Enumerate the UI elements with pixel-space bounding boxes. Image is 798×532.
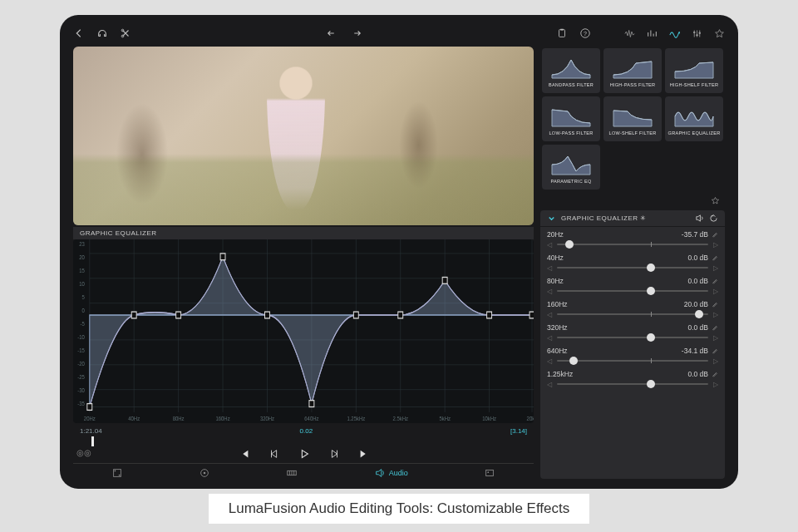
edit-value-icon[interactable] xyxy=(712,347,718,354)
skip-start-icon[interactable] xyxy=(239,448,250,460)
edit-value-icon[interactable] xyxy=(712,301,718,308)
svg-text:10: 10 xyxy=(79,280,85,287)
help-icon[interactable]: ? xyxy=(579,27,591,39)
svg-rect-30 xyxy=(176,312,181,318)
clipboard-icon[interactable] xyxy=(556,27,568,39)
preset-low-shelf-filter[interactable]: LOW-SHELF FILTER xyxy=(603,96,662,141)
favorite-effect-icon[interactable] xyxy=(711,196,720,205)
tab-frame[interactable] xyxy=(111,467,123,479)
preset-low-pass-filter[interactable]: LOW-PASS FILTER xyxy=(542,96,600,141)
collapse-icon[interactable] xyxy=(547,214,556,223)
nudge-right-icon[interactable]: ▷ xyxy=(713,334,718,342)
tab-audio-label: Audio xyxy=(389,469,408,477)
svg-text:-10: -10 xyxy=(77,333,85,340)
timeline-bar[interactable]: 1:21.04 0.02 [3.14] xyxy=(73,423,534,438)
band-slider[interactable] xyxy=(557,333,708,342)
favorite-tab-icon[interactable] xyxy=(714,28,725,39)
eq-tab-icon[interactable] xyxy=(669,28,680,39)
band-freq: 320Hz xyxy=(547,323,568,332)
skip-end-icon[interactable] xyxy=(358,448,370,460)
band-db: 0.0 dB xyxy=(687,323,708,332)
svg-rect-36 xyxy=(442,278,447,284)
svg-text:-35: -35 xyxy=(77,400,85,406)
nudge-right-icon[interactable]: ▷ xyxy=(713,241,718,249)
svg-text:0: 0 xyxy=(82,307,85,313)
preset-parametric-eq[interactable]: PARAMETRIC EQ xyxy=(542,145,600,190)
nudge-left-icon[interactable]: ◁ xyxy=(547,288,552,295)
nudge-right-icon[interactable]: ▷ xyxy=(713,381,718,388)
top-toolbar: ? xyxy=(73,25,725,42)
nudge-right-icon[interactable]: ▷ xyxy=(713,357,718,365)
nudge-left-icon[interactable]: ◁ xyxy=(547,241,552,249)
svg-point-64 xyxy=(114,470,116,472)
tab-audio[interactable]: Audio xyxy=(374,467,408,479)
band-slider[interactable] xyxy=(557,380,708,388)
edit-value-icon[interactable] xyxy=(712,254,718,261)
levels-tab-icon[interactable] xyxy=(647,28,658,39)
nudge-left-icon[interactable]: ◁ xyxy=(547,264,552,272)
svg-text:5: 5 xyxy=(82,293,85,300)
svg-rect-28 xyxy=(87,404,92,411)
preset-high-shelf-filter[interactable]: HIGH-SHELF FILTER xyxy=(665,48,723,93)
scrubber[interactable] xyxy=(78,438,529,445)
video-preview[interactable] xyxy=(73,47,534,225)
svg-text:1.25kHz: 1.25kHz xyxy=(347,416,365,422)
eq-graph[interactable]: 20Hz40Hz80Hz160Hz320Hz640Hz1.25kHz2.5kHz… xyxy=(73,239,534,423)
band-db: 0.0 dB xyxy=(687,277,708,285)
edit-value-icon[interactable] xyxy=(712,278,718,284)
band-freq: 1.25kHz xyxy=(547,370,573,378)
preset-bandpass-filter[interactable]: BANDPASS FILTER xyxy=(542,48,600,93)
mute-icon[interactable] xyxy=(695,214,704,223)
params-title: GRAPHIC EQUALIZER ✳ xyxy=(561,214,690,222)
reset-icon[interactable] xyxy=(709,214,718,223)
frame-back-icon[interactable] xyxy=(268,448,280,460)
svg-text:640Hz: 640Hz xyxy=(304,416,319,422)
edit-value-icon[interactable] xyxy=(712,231,718,238)
preset-graphic-equalizer[interactable]: GRAPHIC EQUALIZER xyxy=(665,96,723,141)
effect-parameters: GRAPHIC EQUALIZER ✳ 20Hz-35.7 dB ◁ ▷40Hz… xyxy=(540,210,725,479)
nudge-right-icon[interactable]: ▷ xyxy=(713,311,718,318)
band-slider[interactable] xyxy=(557,264,708,272)
nudge-left-icon[interactable]: ◁ xyxy=(547,357,552,365)
scissors-icon[interactable] xyxy=(120,27,131,39)
back-icon[interactable] xyxy=(73,27,85,39)
band-slider[interactable] xyxy=(557,310,708,318)
nudge-right-icon[interactable]: ▷ xyxy=(713,288,718,295)
svg-rect-2 xyxy=(559,30,565,37)
svg-text:-5: -5 xyxy=(81,320,85,327)
headphones-icon[interactable] xyxy=(96,27,108,39)
nudge-right-icon[interactable]: ▷ xyxy=(713,264,718,272)
nudge-left-icon[interactable]: ◁ xyxy=(547,334,552,342)
band-slider[interactable] xyxy=(557,240,708,249)
play-icon[interactable] xyxy=(298,448,310,460)
tab-info[interactable] xyxy=(484,467,495,479)
svg-rect-34 xyxy=(353,312,358,318)
svg-text:20Hz: 20Hz xyxy=(84,416,96,422)
preset-high-pass-filter[interactable]: HIGH-PASS FILTER xyxy=(603,48,662,93)
svg-text:80Hz: 80Hz xyxy=(173,416,185,422)
nudge-left-icon[interactable]: ◁ xyxy=(547,381,552,388)
preset-label: LOW-PASS FILTER xyxy=(549,131,593,135)
frame-forward-icon[interactable] xyxy=(328,448,340,460)
redo-icon[interactable] xyxy=(350,27,362,39)
mixer-tab-icon[interactable] xyxy=(692,28,702,39)
svg-rect-31 xyxy=(220,254,225,260)
tab-color[interactable] xyxy=(199,467,210,479)
band-slider[interactable] xyxy=(557,287,708,295)
band-slider[interactable] xyxy=(557,357,708,365)
svg-rect-37 xyxy=(487,312,492,318)
timecode-current: 0.02 xyxy=(300,427,313,435)
svg-rect-69 xyxy=(486,470,494,476)
edit-value-icon[interactable] xyxy=(712,371,718,377)
tab-speed[interactable] xyxy=(286,467,298,479)
edit-value-icon[interactable] xyxy=(712,324,718,331)
nudge-left-icon[interactable]: ◁ xyxy=(547,311,552,318)
band-db: 0.0 dB xyxy=(687,254,708,262)
waveform-tab-icon[interactable] xyxy=(624,28,635,39)
svg-text:2.5kHz: 2.5kHz xyxy=(393,416,409,422)
svg-text:320Hz: 320Hz xyxy=(260,416,275,422)
editor-tabs: Audio xyxy=(73,463,534,479)
eq-band-160Hz: 160Hz20.0 dB ◁ ▷ xyxy=(540,297,725,320)
undo-icon[interactable] xyxy=(327,27,338,39)
loop-icon[interactable]: ◎◎ xyxy=(73,448,91,460)
